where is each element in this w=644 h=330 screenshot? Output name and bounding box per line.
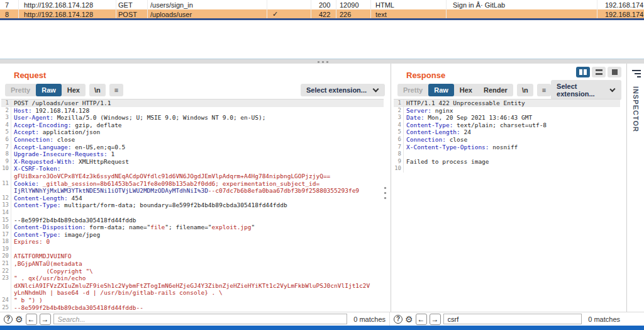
tab-hex[interactable]: Hex (454, 84, 478, 96)
line-number: 24 (1, 297, 11, 304)
code-line: 4Accept-Encoding: gzip, deflate (1, 122, 384, 129)
response-editor[interactable]: 1HTTP/1.1 422 Unprocessable Entity2Serve… (394, 99, 620, 310)
history-cell-ip: 192.168.174.1 (597, 9, 644, 19)
history-cell-mime: HTML (371, 0, 447, 9)
code-line: 10 (394, 165, 620, 173)
next-match-button[interactable]: → (40, 314, 51, 325)
history-cell-params: ✓ (267, 9, 311, 19)
history-cell-method: POST (116, 9, 148, 19)
response-search-input[interactable] (443, 314, 582, 324)
gear-icon[interactable]: ⚙ (15, 315, 23, 324)
history-cell-path: /users/sign_in (148, 0, 267, 9)
history-cell-url: http://192.168.174.128 (19, 0, 116, 9)
code-line: 2Host: 192.168.174.128 (1, 107, 384, 115)
newline-toggle-button[interactable]: \n (89, 84, 106, 96)
prev-match-button[interactable]: ← (26, 314, 37, 325)
history-cell-length: 226 (336, 9, 371, 19)
tab-pretty[interactable]: Pretty (5, 84, 36, 96)
prev-match-button[interactable]: ← (416, 314, 427, 325)
gear-icon[interactable]: ⚙ (405, 315, 413, 324)
line-number: 6 (1, 136, 11, 144)
line-number (1, 187, 11, 195)
code-line: 15--8e599f2b4b4b89cbda305418fd44fddb (1, 217, 384, 224)
history-cell-url: http://192.168.174.128 (19, 9, 116, 19)
line-number: 12 (1, 195, 11, 202)
message-editor-area: Request PrettyRawHex \n ≡ Select extensi… (0, 64, 644, 312)
layout-rows-button[interactable] (592, 67, 606, 77)
line-number: 8 (1, 151, 11, 158)
code-line: dXNlciA9IFVzZXIuZmluZF9ieSh1c2VybmFtZTog… (1, 282, 384, 290)
code-line: 22 (Copyright "\ (1, 268, 384, 275)
layout-single-button[interactable] (608, 67, 621, 77)
tab-hex[interactable]: Hex (62, 84, 86, 96)
history-selection-underline (0, 18, 644, 20)
tab-raw[interactable]: Raw (36, 84, 62, 96)
code-line: 5Accept: application/json (1, 128, 384, 136)
help-icon[interactable]: ? (394, 315, 402, 324)
line-number (1, 173, 11, 180)
history-cell-status: 200 (311, 0, 336, 9)
tab-pretty[interactable]: Pretty (397, 84, 428, 96)
line-number: 1 (394, 100, 403, 107)
code-line: 11Cookie: _gitlab_session=8b61453b5ac71f… (1, 180, 384, 188)
request-search-input[interactable] (53, 314, 348, 324)
response-select-extension-dropdown[interactable]: Select extension... (551, 80, 621, 100)
panel-resize-grip-icon[interactable] (384, 187, 386, 199)
editor-menu-button[interactable]: ≡ (109, 84, 123, 96)
request-tab-row: PrettyRawHex \n ≡ Select extension... (5, 83, 385, 97)
code-line: 5Content-Length: 24 (394, 128, 620, 136)
line-number: 5 (394, 128, 403, 136)
code-line: 19 (1, 246, 384, 253)
response-search-bar: ? ⚙ ← → 0 matches (390, 312, 626, 326)
horizontal-split-divider[interactable] (0, 59, 644, 64)
help-icon[interactable]: ? (4, 315, 13, 324)
code-line: 10X-CSRF-Token: (1, 165, 384, 173)
vertical-split-divider[interactable] (391, 64, 391, 312)
newline-toggle-button[interactable]: \n (517, 84, 533, 96)
chevron-down-icon (609, 86, 615, 92)
line-number: 17 (1, 231, 11, 239)
history-row[interactable]: 8http://192.168.174.128POST/uploads/user… (0, 9, 644, 19)
inspector-sidebar[interactable]: INSPECTOR (626, 64, 644, 326)
arrow-left-icon: ← (28, 315, 35, 324)
line-number: 9 (394, 158, 403, 166)
line-number: 11 (1, 180, 11, 188)
code-line: gFUiBxaro3OoVCPx8YE4z3k6ssydNEqACdpOVfdl… (1, 173, 384, 180)
inspector-tab-label[interactable]: INSPECTOR (632, 86, 640, 132)
http-history-table[interactable]: 7http://192.168.174.128GET/users/sign_in… (0, 0, 644, 19)
line-number: 1 (1, 100, 11, 107)
history-row[interactable]: 7http://192.168.174.128GET/users/sign_in… (0, 0, 644, 9)
search-bars: ? ⚙ ← → 0 matches ? ⚙ ← → 0 matches (0, 312, 644, 326)
layout-columns-button[interactable] (576, 67, 590, 77)
arrow-left-icon: ← (418, 315, 425, 324)
code-line: 4Content-Type: text/plain; charset=utf-8 (394, 122, 620, 129)
next-match-button[interactable]: → (430, 314, 441, 325)
line-number: 18 (1, 238, 11, 246)
history-cell-length: 12090 (336, 0, 371, 9)
layout-toggle-group (576, 67, 621, 77)
history-cell-num: 8 (0, 9, 19, 19)
line-number: 10 (394, 165, 403, 173)
line-number: 7 (394, 144, 403, 151)
collapse-panel-icon[interactable] (631, 70, 641, 77)
code-line: 1POST /uploads/user HTTP/1.1 (1, 100, 384, 107)
history-cell-ip: 192.168.174.1 (597, 0, 644, 9)
code-line: 23" . qx{/usr/bin/echo (1, 275, 384, 282)
code-line: 20AT&TFORMDJVUINFO (1, 253, 384, 260)
code-line: 17Content-Type: image/jpeg (1, 231, 384, 239)
line-number: 15 (1, 217, 11, 224)
history-cell-title: Sign in Å· GitLab (447, 0, 597, 9)
divider-grip-icon[interactable] (318, 61, 328, 63)
editor-menu-button[interactable]: ≡ (537, 84, 551, 96)
history-cell-method: GET (116, 0, 148, 9)
request-select-extension-dropdown[interactable]: Select extension... (301, 84, 385, 96)
code-line: 13Content-Type: multipart/form-data; bou… (1, 202, 384, 209)
arrow-right-icon: → (42, 315, 49, 324)
code-line: 3User-Agent: Mozilla/5.0 (Windows; U; MS… (1, 114, 384, 122)
request-editor[interactable]: 1POST /uploads/user HTTP/1.12Host: 192.1… (1, 99, 384, 310)
request-tabs: PrettyRawHex (5, 84, 86, 96)
tab-render[interactable]: Render (478, 84, 513, 96)
code-line: 7X-Content-Type-Options: nosniff (394, 144, 620, 151)
line-number (1, 282, 11, 290)
tab-raw[interactable]: Raw (428, 84, 454, 96)
